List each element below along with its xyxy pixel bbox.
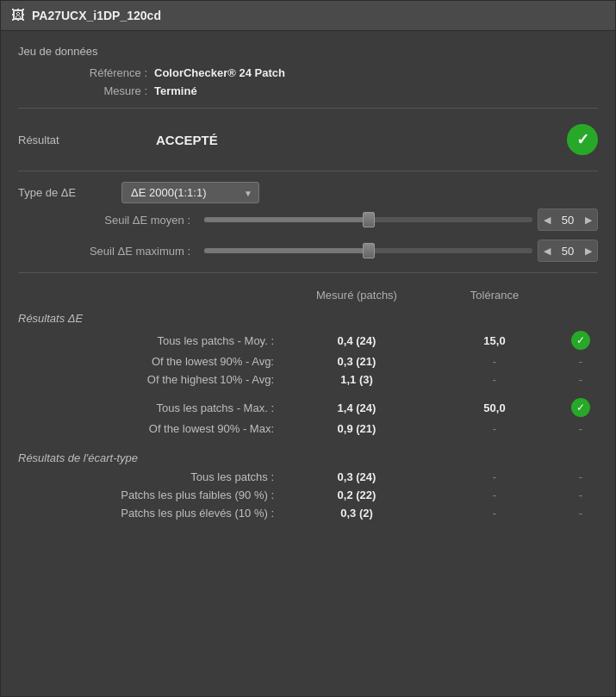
table-row: Of the lowest 90% - Avg:0,3 (21)--	[18, 352, 598, 370]
row-mesure: 1,4 (24)	[288, 401, 426, 414]
row-label: Tous les patchs - Max. :	[18, 401, 288, 414]
row-tolerance: 50,0	[426, 401, 563, 414]
mesure-row: Mesure : Terminé	[18, 84, 598, 97]
row-label: Of the lowest 90% - Avg:	[18, 355, 288, 368]
row-status-icon: -	[563, 489, 598, 501]
max-slider-increment[interactable]: ▶	[580, 240, 597, 261]
delta-type-select[interactable]: ΔE 2000(1:1:1) ΔE 1976 ΔE 1994 ΔE 2000(2…	[121, 182, 259, 203]
row-tolerance: -	[426, 507, 563, 520]
row-tolerance: -	[426, 422, 563, 435]
row-mesure: 0,3 (2)	[288, 507, 426, 520]
divider-1	[18, 108, 598, 109]
row-status-icon: -	[563, 373, 598, 386]
check-icon: ✓	[571, 398, 590, 417]
avg-slider-track[interactable]	[204, 217, 532, 222]
row-label: Patchs les plus faibles (90 %) :	[18, 489, 288, 501]
table-row: Patchs les plus faibles (90 %) :0,2 (22)…	[18, 486, 598, 504]
row-mesure: 0,9 (21)	[288, 422, 426, 435]
row-status-icon: -	[563, 507, 598, 520]
reference-row: Référence : ColorChecker® 24 Patch	[18, 66, 598, 79]
delta-results-label: Résultats ΔE	[18, 312, 598, 325]
row-mesure: 0,3 (21)	[288, 355, 426, 368]
delta-type-label: Type de ΔE	[18, 186, 121, 199]
row-status-icon: ✓	[563, 398, 598, 417]
check-icon: ✓	[571, 331, 590, 350]
max-slider-row: Seuil ΔE maximum : ◀ 50 ▶	[18, 240, 598, 262]
avg-slider-row: Seuil ΔE moyen : ◀ 50 ▶	[18, 208, 598, 231]
result-label: Résultat	[18, 134, 121, 146]
result-accepted-icon: ✓	[567, 124, 598, 155]
max-slider-fill	[204, 248, 369, 253]
main-window: 🖼 PA27UCX_i1DP_120cd Jeu de données Réfé…	[0, 0, 616, 697]
row-status-icon: -	[563, 355, 598, 368]
row-label: Of the lowest 90% - Max:	[18, 422, 288, 435]
delta-rows-group1: Tous les patchs - Moy. :0,4 (24)15,0✓Of …	[18, 328, 598, 389]
row-status-icon: ✓	[563, 331, 598, 350]
content-area: Jeu de données Référence : ColorChecker®…	[1, 31, 615, 536]
row-label: Of the highest 10% - Avg:	[18, 373, 288, 386]
table-row: Of the lowest 90% - Max:0,9 (21)--	[18, 420, 598, 438]
table-row: Tous les patchs :0,3 (24)--	[18, 468, 598, 486]
row-tolerance: -	[426, 373, 563, 386]
result-row: Résultat ACCEPTÉ ✓	[18, 119, 598, 160]
avg-slider-label: Seuil ΔE moyen :	[35, 214, 190, 227]
avg-slider-thumb[interactable]	[363, 212, 375, 227]
reference-label: Référence :	[53, 66, 147, 79]
avg-slider-increment[interactable]: ▶	[580, 209, 597, 230]
reference-value: ColorChecker® 24 Patch	[154, 66, 285, 79]
table-row: Tous les patchs - Moy. :0,4 (24)15,0✓	[18, 328, 598, 352]
results-table: Mesuré (patchs) Tolérance Résultats ΔE T…	[18, 285, 598, 522]
std-rows-group: Tous les patchs :0,3 (24)--Patchs les pl…	[18, 468, 598, 522]
row-tolerance: -	[426, 355, 563, 368]
table-row: Of the highest 10% - Avg:1,1 (3)--	[18, 370, 598, 389]
max-slider-decrement[interactable]: ◀	[538, 240, 556, 261]
avg-slider-value-box: ◀ 50 ▶	[538, 208, 598, 231]
dataset-section-label: Jeu de données	[18, 45, 598, 58]
row-mesure: 0,3 (24)	[288, 470, 426, 483]
avg-slider-decrement[interactable]: ◀	[538, 209, 556, 230]
row-tolerance: -	[426, 489, 563, 501]
header-tolerance: Tolérance	[426, 289, 563, 302]
max-slider-value-box: ◀ 50 ▶	[538, 240, 598, 262]
row-mesure: 0,2 (22)	[288, 489, 426, 501]
result-value: ACCEPTÉ	[121, 133, 567, 147]
max-slider-thumb[interactable]	[363, 243, 375, 258]
row-tolerance: -	[426, 470, 563, 483]
table-row: Tous les patchs - Max. :1,4 (24)50,0✓	[18, 395, 598, 420]
mesure-label: Mesure :	[53, 84, 147, 97]
row-spacer-2	[18, 438, 598, 445]
row-status-icon: -	[563, 422, 598, 435]
max-slider-track[interactable]	[204, 248, 532, 253]
row-mesure: 1,1 (3)	[288, 373, 426, 386]
row-mesure: 0,4 (24)	[288, 334, 426, 347]
window-icon: 🖼	[11, 8, 25, 23]
mesure-value: Terminé	[154, 84, 197, 97]
title-bar: 🖼 PA27UCX_i1DP_120cd	[1, 1, 615, 31]
row-label: Tous les patchs - Moy. :	[18, 334, 288, 347]
row-status-icon: -	[563, 470, 598, 483]
header-mesure: Mesuré (patchs)	[288, 289, 426, 302]
table-row: Patchs les plus élevés (10 %) :0,3 (2)--	[18, 504, 598, 522]
row-label: Patchs les plus élevés (10 %) :	[18, 507, 288, 520]
table-header-row: Mesuré (patchs) Tolérance	[18, 285, 598, 305]
divider-2	[18, 171, 598, 171]
delta-rows-group2: Tous les patchs - Max. :1,4 (24)50,0✓Of …	[18, 395, 598, 438]
window-title: PA27UCX_i1DP_120cd	[32, 9, 161, 22]
max-slider-value: 50	[556, 245, 580, 258]
avg-slider-fill	[204, 217, 369, 222]
avg-slider-value: 50	[556, 214, 580, 227]
max-slider-label: Seuil ΔE maximum :	[35, 245, 190, 258]
delta-type-row: Type de ΔE ΔE 2000(1:1:1) ΔE 1976 ΔE 199…	[18, 182, 598, 203]
divider-3	[18, 272, 598, 273]
std-results-label: Résultats de l'écart-type	[18, 451, 598, 464]
row-tolerance: 15,0	[426, 334, 563, 347]
delta-select-wrapper: ΔE 2000(1:1:1) ΔE 1976 ΔE 1994 ΔE 2000(2…	[121, 182, 259, 203]
row-label: Tous les patchs :	[18, 470, 288, 483]
row-spacer-1	[18, 389, 598, 395]
